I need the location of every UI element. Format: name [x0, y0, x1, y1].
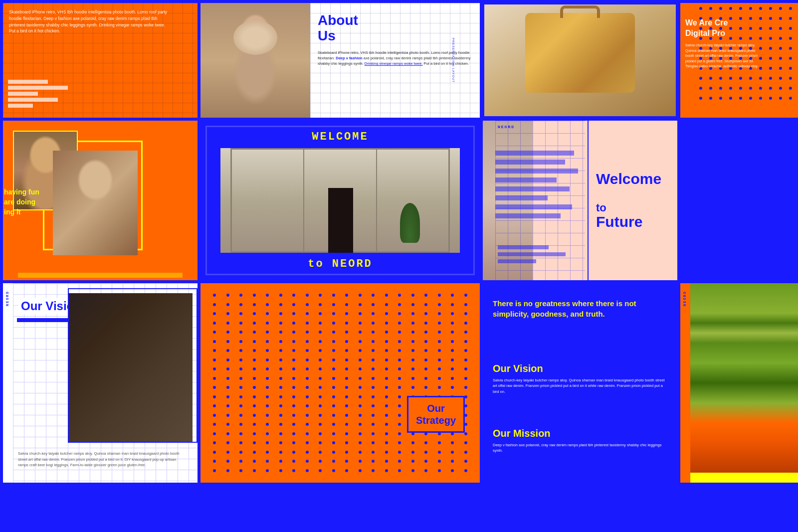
- dot: [393, 364, 406, 374]
- dot: [287, 300, 301, 310]
- dot: [406, 448, 420, 457]
- dot: [221, 466, 235, 476]
- card-text-orange: Skateboard iPhone retro, VHS tbh hoodie …: [3, 3, 198, 118]
- dot: [340, 355, 354, 365]
- dot: [301, 429, 314, 439]
- dot: [789, 47, 792, 50]
- dot: [340, 438, 354, 448]
- dot: [699, 97, 702, 100]
- dot: [406, 337, 420, 347]
- dot: [739, 87, 742, 90]
- dot: [340, 374, 354, 383]
- dot: [301, 319, 314, 328]
- dot: [393, 411, 406, 420]
- dot: [419, 346, 433, 355]
- dot: [301, 337, 314, 347]
- dot: [327, 383, 341, 392]
- bar-3: [8, 92, 38, 96]
- dot: [301, 355, 314, 365]
- dot: [287, 429, 301, 439]
- bar-4: [8, 98, 58, 102]
- dot: [769, 27, 772, 30]
- dot: [779, 27, 782, 30]
- dot: [287, 309, 301, 319]
- dot: [393, 466, 406, 476]
- card-city-photo: NEORD: [680, 283, 798, 483]
- dot: [314, 355, 327, 365]
- dot: [340, 420, 354, 429]
- dot: [234, 438, 248, 448]
- dot: [354, 466, 367, 476]
- dot: [261, 429, 274, 439]
- dot: [406, 355, 420, 365]
- dot: [779, 17, 782, 20]
- dot: [301, 374, 314, 383]
- dot: [287, 401, 301, 411]
- dot: [221, 374, 235, 383]
- dot: [380, 309, 394, 319]
- dot: [234, 383, 248, 392]
- dot: [221, 328, 235, 337]
- dot: [446, 309, 459, 319]
- dot: [380, 466, 394, 476]
- dot: [221, 420, 235, 429]
- extra-bar-3: [498, 259, 536, 263]
- dot: [327, 337, 341, 347]
- dot: [406, 346, 420, 355]
- dot: [248, 466, 261, 476]
- dot: [327, 374, 341, 383]
- dot: [340, 364, 354, 374]
- dot: [406, 438, 420, 448]
- dot: [354, 420, 367, 429]
- dot: [393, 319, 406, 328]
- dot: [248, 420, 261, 429]
- dot: [719, 97, 722, 100]
- dot: [208, 355, 221, 365]
- dot: [221, 438, 235, 448]
- dot: [314, 374, 327, 383]
- dot: [261, 420, 274, 429]
- dot: [367, 337, 380, 347]
- dot: [367, 401, 380, 411]
- vision-title-10: Our Vision: [493, 363, 667, 374]
- dot: [446, 291, 459, 300]
- dot: [393, 328, 406, 337]
- dot: [208, 291, 221, 300]
- dot: [327, 457, 341, 466]
- dot: [729, 17, 732, 20]
- dot: [769, 57, 772, 60]
- dot: [749, 37, 752, 40]
- woman-photo-2: [53, 151, 138, 255]
- hbar-5: [495, 186, 570, 191]
- dot: [287, 355, 301, 365]
- dot: [327, 466, 341, 476]
- dot: [380, 401, 394, 411]
- card-blue-text: There is no greatness where there is not…: [483, 283, 677, 483]
- dot: [459, 374, 473, 383]
- dot: [354, 328, 367, 337]
- dot: [367, 374, 380, 383]
- dot: [234, 337, 248, 347]
- dot: [301, 383, 314, 392]
- dot: [327, 411, 341, 420]
- dot: [354, 392, 367, 402]
- dot-grid-9: [200, 283, 480, 483]
- dot: [274, 429, 288, 439]
- dot: [419, 291, 433, 300]
- dot: [287, 374, 301, 383]
- dot: [234, 392, 248, 402]
- dot: [380, 411, 394, 420]
- dot: [419, 438, 433, 448]
- card-welcome-center: WELCOME to NEORD: [200, 121, 480, 280]
- decorative-bars: [8, 80, 68, 108]
- dot: [393, 457, 406, 466]
- plant-decor: [400, 203, 420, 243]
- dot: [729, 7, 732, 10]
- dot: [340, 309, 354, 319]
- dot: [301, 420, 314, 429]
- bar-2: [8, 86, 68, 90]
- dot: [234, 309, 248, 319]
- welcome-photo: [220, 148, 460, 253]
- dot: [248, 429, 261, 439]
- dot: [314, 383, 327, 392]
